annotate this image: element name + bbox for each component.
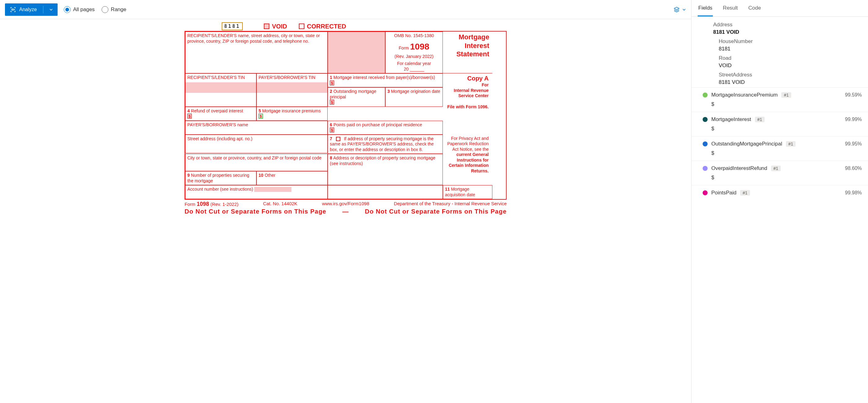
privacy-block: For Privacy Act and Paperwork Reduction … <box>443 135 492 186</box>
color-dot <box>703 141 708 146</box>
payer-tin: PAYER'S/BORROWER'S TIN <box>256 73 328 107</box>
color-dot <box>703 190 708 195</box>
recipient-block: RECIPIENT'S/LENDER'S name, street addres… <box>185 32 328 73</box>
box-11: 11 Mortgage acquisition date <box>443 185 492 199</box>
corrected-label: CORRECTED <box>307 23 346 30</box>
color-dot <box>703 166 708 171</box>
form-header: OMB No. 1545-1380 Form 1098 (Rev. Januar… <box>385 32 443 73</box>
housenumber-label: HouseNumber <box>719 38 861 44</box>
field-value: $ <box>711 150 862 156</box>
radio-all-pages[interactable]: All pages <box>64 6 95 13</box>
ocr-code: 8181 <box>222 22 243 30</box>
field-name: OverpaidInterestRefund <box>711 165 767 171</box>
street: Street address (including apt. no.) <box>185 135 328 153</box>
streetaddress-value: 8181 VOID <box>719 79 861 86</box>
chevron-down-icon <box>682 7 686 12</box>
box-3: 3 Mortgage origination date <box>385 87 443 107</box>
field-badge: #1 <box>781 92 791 98</box>
analyze-button[interactable]: Analyze <box>5 3 58 16</box>
scan-icon <box>10 6 16 13</box>
field-confidence: 99.98% <box>845 190 862 196</box>
box-8: 8 Address or description of property sec… <box>328 154 443 185</box>
color-dot <box>703 93 708 98</box>
box-8b <box>328 185 443 199</box>
field-value: $ <box>711 101 862 107</box>
analyze-dropdown[interactable] <box>44 7 58 12</box>
road-label: Road <box>719 55 861 61</box>
field-badge: #1 <box>755 117 765 122</box>
box-6: 6 Points paid on purchase of principal r… <box>328 121 443 135</box>
recip-tin: RECIPIENT'S/LENDER'S TIN <box>185 73 256 107</box>
field-row[interactable]: MortgageInterest#199.99%$ <box>691 112 868 136</box>
corrected-checkbox <box>299 24 304 29</box>
field-value: $ <box>711 126 862 132</box>
housenumber-value: 8181 <box>719 46 861 52</box>
field-row[interactable]: OverpaidInterestRefund#198.60%$ <box>691 161 868 185</box>
field-name: PointsPaid <box>711 190 736 196</box>
pink-block <box>328 32 385 73</box>
no-cut-warning: Do Not Cut or Separate Forms on This Pag… <box>185 208 507 215</box>
field-confidence: 99.95% <box>845 141 862 147</box>
color-dot <box>703 117 708 122</box>
tab-result[interactable]: Result <box>722 3 738 16</box>
field-row[interactable]: PointsPaid#199.98% <box>691 185 868 200</box>
field-name: MortgageInterest <box>711 116 751 123</box>
radio-all-pages-label: All pages <box>73 6 95 13</box>
radio-range[interactable]: Range <box>101 6 126 13</box>
chevron-down-icon <box>49 7 53 12</box>
streetaddress-label: StreetAddress <box>719 72 861 78</box>
copy-a-block: Copy A For Internal Revenue Service Cent… <box>443 73 492 135</box>
field-row[interactable]: MortgageInsurancePremium#199.59%$ <box>691 87 868 112</box>
address-value: 8181 VOID <box>713 29 861 35</box>
form-1098: 8181 VOID CORRECTED RECIPIENT'S/LENDER'S… <box>185 22 507 403</box>
box-9: 9 Number of properties securing the mort… <box>185 171 256 185</box>
field-name: OutstandingMortgagePrincipal <box>711 141 782 147</box>
box-2: 2 Outstanding mortgage principal$ <box>328 87 385 107</box>
form-footer: Form 1098 (Rev. 1-2022) Cat. No. 14402K … <box>185 201 507 207</box>
field-badge: #1 <box>786 141 796 147</box>
address-group: Address 8181 VOID HouseNumber 8181 Road … <box>691 17 868 87</box>
void-label: VOID <box>272 23 287 30</box>
acct: Account number (see instructions) <box>185 185 328 199</box>
document-canvas[interactable]: 8181 VOID CORRECTED RECIPIENT'S/LENDER'S… <box>0 19 691 403</box>
box-5: 5 Mortgage insurance premiums$ <box>256 107 328 121</box>
tab-code[interactable]: Code <box>748 3 762 16</box>
field-row[interactable]: OutstandingMortgagePrincipal#199.95%$ <box>691 136 868 161</box>
radio-range-label: Range <box>111 6 126 13</box>
address-label: Address <box>713 22 861 28</box>
field-badge: #1 <box>771 166 781 171</box>
field-badge: #1 <box>740 190 750 196</box>
box-7: 7 If address of property securing mortga… <box>328 135 443 154</box>
payer-name: PAYER'S/BORROWER'S name <box>185 121 328 135</box>
layers-icon <box>673 6 680 13</box>
city: City or town, state or province, country… <box>185 154 328 171</box>
field-confidence: 99.59% <box>845 92 862 98</box>
analyze-label: Analyze <box>19 7 37 12</box>
field-confidence: 98.60% <box>845 166 862 171</box>
form-title: Mortgage Interest Statement <box>443 32 492 73</box>
tab-fields[interactable]: Fields <box>698 3 713 16</box>
box-4: 4 Refund of overpaid interest$ <box>185 107 256 121</box>
box-1: 1 Mortgage interest received from payer(… <box>328 73 443 87</box>
box-10: 10 Other <box>256 171 328 185</box>
layers-button[interactable] <box>673 6 686 13</box>
field-name: MortgageInsurancePremium <box>711 92 778 98</box>
field-value: $ <box>711 175 862 181</box>
void-checkbox <box>264 24 270 29</box>
road-value: VOID <box>719 63 861 69</box>
field-confidence: 99.99% <box>845 117 862 122</box>
